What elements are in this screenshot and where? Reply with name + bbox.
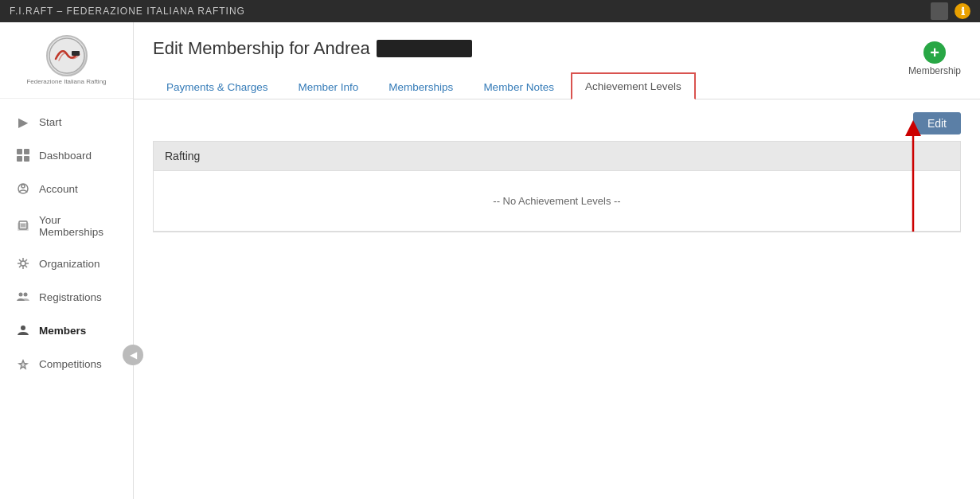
sidebar-item-members[interactable]: Members (0, 314, 133, 347)
sidebar-item-account-label: Account (39, 183, 78, 195)
edit-section: Edit (153, 112, 961, 134)
sidebar-collapse-icon: ◀ (130, 349, 137, 361)
page-header: Edit Membership for Andrea Payments & Ch… (134, 22, 980, 99)
sidebar-item-your-memberships[interactable]: Your Memberships (0, 205, 133, 247)
memberships-icon (15, 218, 31, 234)
svg-point-14 (24, 293, 28, 297)
svg-point-15 (21, 326, 25, 330)
svg-rect-3 (24, 149, 29, 154)
section-header: Rafting (153, 141, 961, 170)
top-bar-avatar (931, 2, 948, 20)
start-icon: ▶ (15, 114, 31, 130)
membership-add-button[interactable]: + Membership (908, 38, 961, 76)
sidebar-item-members-label: Members (39, 325, 86, 337)
sidebar: Federazione Italiana Rafting ▶ Start Das… (0, 22, 134, 499)
top-bar: F.I.RAFT – FEDERAZIONE ITALIANA RAFTING … (0, 0, 980, 22)
content-area: Edit Membership for Andrea Payments & Ch… (134, 22, 980, 499)
section-body: -- No Achievement Levels -- (153, 170, 961, 232)
membership-plus-icon: + (923, 41, 946, 64)
page-content: Edit Rafting -- No Achievement Levels (134, 99, 980, 499)
top-bar-title: F.I.RAFT – FEDERAZIONE ITALIANA RAFTING (10, 6, 245, 17)
sidebar-logo: Federazione Italiana Rafting (0, 22, 133, 99)
svg-rect-5 (24, 156, 29, 162)
sidebar-item-registrations-label: Registrations (39, 291, 102, 303)
sidebar-item-dashboard[interactable]: Dashboard (0, 138, 133, 172)
tab-member-info[interactable]: Member Info (285, 74, 373, 99)
dashboard-icon (15, 147, 31, 163)
empty-message: -- No Achievement Levels -- (493, 195, 620, 207)
sidebar-item-competitions[interactable]: Competitions (0, 347, 133, 380)
page-title-section: Edit Membership for Andrea Payments & Ch… (153, 38, 699, 99)
sidebar-item-registrations[interactable]: Registrations (0, 280, 133, 314)
edit-button-row: Edit (153, 112, 961, 134)
logo-subtext: Federazione Italiana Rafting (26, 78, 106, 85)
sidebar-nav: ▶ Start Dashboard Account Your Membe (0, 99, 133, 498)
svg-point-12 (21, 261, 25, 266)
membership-button-label: Membership (908, 65, 961, 76)
registrations-icon (15, 289, 31, 305)
page-title: Edit Membership for Andrea (153, 38, 699, 59)
sidebar-item-start[interactable]: ▶ Start (0, 105, 133, 138)
sidebar-collapse-button[interactable]: ◀ (123, 345, 143, 365)
organization-icon (15, 255, 31, 271)
svg-point-13 (19, 293, 23, 297)
tab-member-notes[interactable]: Member Notes (470, 74, 568, 99)
tab-payments[interactable]: Payments & Charges (153, 74, 282, 99)
account-icon (15, 181, 31, 197)
svg-rect-4 (17, 156, 22, 162)
logo-image (46, 35, 88, 76)
edit-button[interactable]: Edit (913, 112, 961, 134)
sidebar-item-memberships-label: Your Memberships (39, 214, 120, 238)
tab-achievement-levels[interactable]: Achievement Levels (571, 72, 696, 99)
members-icon (15, 322, 31, 338)
top-bar-right: ℹ (931, 2, 970, 20)
svg-rect-2 (17, 149, 22, 154)
sidebar-item-dashboard-label: Dashboard (39, 150, 92, 162)
svg-point-7 (21, 185, 25, 188)
redacted-name (377, 40, 472, 57)
sidebar-item-organization[interactable]: Organization (0, 247, 133, 280)
main-layout: Federazione Italiana Rafting ▶ Start Das… (0, 22, 980, 499)
sidebar-item-account[interactable]: Account (0, 172, 133, 205)
tab-memberships[interactable]: Memberships (375, 74, 467, 99)
page-title-text: Edit Membership for Andrea (153, 38, 370, 59)
top-bar-info-icon[interactable]: ℹ (955, 3, 970, 19)
sidebar-item-organization-label: Organization (39, 258, 100, 270)
tabs: Payments & Charges Member Info Membershi… (153, 72, 699, 99)
section-divider (153, 232, 961, 232)
sidebar-item-start-label: Start (39, 116, 62, 128)
svg-rect-1 (72, 51, 80, 56)
section-title: Rafting (165, 150, 200, 162)
sidebar-item-competitions-label: Competitions (39, 358, 102, 370)
competitions-icon (15, 356, 31, 372)
